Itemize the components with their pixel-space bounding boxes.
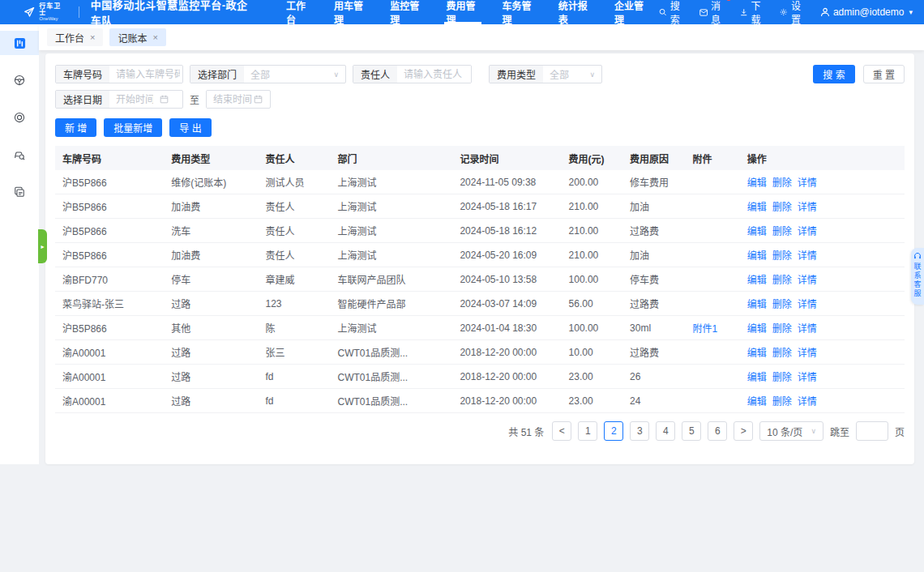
detail-link[interactable]: 详情	[798, 396, 817, 408]
expense-type-filter-label: 费用类型	[490, 66, 543, 83]
table-row: 沪B5P866加油费责任人上海测试2024-05-18 16:17210.00加…	[55, 194, 905, 219]
nav-item-0[interactable]: 工作台	[275, 0, 323, 24]
table-row: 沪B5P866加油费责任人上海测试2024-05-20 16:09210.00加…	[55, 243, 905, 267]
detail-link[interactable]: 详情	[798, 177, 817, 189]
chevron-down-icon: ∨	[589, 70, 595, 79]
edit-link[interactable]: 编辑	[747, 299, 767, 310]
pagination-page-6[interactable]: 6	[708, 421, 727, 441]
sidebar-item-workbench[interactable]	[0, 31, 39, 55]
nav-item-6[interactable]: 企业管理	[603, 0, 659, 24]
tab-0[interactable]: 工作台×	[47, 28, 103, 46]
edit-link[interactable]: 编辑	[747, 396, 767, 408]
delete-link[interactable]: 删除	[772, 275, 792, 286]
edit-link[interactable]: 编辑	[747, 323, 767, 335]
detail-link[interactable]: 详情	[798, 299, 817, 310]
message-menu[interactable]: 消息	[699, 0, 726, 26]
cell-dept: 上海测试	[331, 321, 453, 335]
cell-amount: 210.00	[562, 201, 622, 212]
expense-type-select[interactable]: 全部 ∨	[543, 66, 601, 83]
sidebar-item-vehicle-files[interactable]	[0, 180, 39, 204]
detail-link[interactable]: 详情	[798, 250, 817, 262]
cell-actions: 编辑删除详情	[740, 369, 905, 383]
department-select[interactable]: 全部 ∨	[244, 66, 345, 83]
plate-input[interactable]	[109, 66, 183, 83]
reset-button[interactable]: 重 置	[863, 65, 905, 83]
delete-link[interactable]: 删除	[772, 396, 792, 408]
download-menu[interactable]: 下载	[740, 0, 766, 26]
detail-link[interactable]: 详情	[798, 323, 817, 335]
sidebar-item-monitor[interactable]	[0, 68, 39, 92]
detail-link[interactable]: 详情	[798, 275, 817, 286]
search-menu[interactable]: 搜索	[659, 0, 685, 26]
logo-icon	[23, 5, 36, 19]
pagination-next-button[interactable]: >	[734, 421, 753, 441]
pagination-page-5[interactable]: 5	[682, 421, 701, 441]
car-search-icon	[14, 149, 25, 160]
delete-link[interactable]: 删除	[772, 177, 792, 189]
delete-link[interactable]: 删除	[772, 323, 792, 335]
pagination-page-4[interactable]: 4	[656, 421, 675, 441]
pagination-page-3[interactable]: 3	[630, 421, 649, 441]
pagination-pages: 123456	[578, 421, 727, 441]
edit-link[interactable]: 编辑	[747, 348, 767, 359]
owner-input[interactable]	[397, 66, 472, 83]
cell-owner: 陈	[258, 321, 330, 335]
edit-link[interactable]: 编辑	[747, 177, 767, 189]
expense-type-filter-group: 费用类型 全部 ∨	[489, 65, 602, 83]
edit-link[interactable]: 编辑	[747, 275, 767, 286]
delete-link[interactable]: 删除	[772, 202, 792, 213]
cell-amount: 10.00	[562, 347, 622, 358]
sidebar-item-vehicle-audit[interactable]	[0, 143, 39, 167]
contact-support-widget[interactable]: 联系客服	[911, 248, 924, 305]
delete-link[interactable]: 删除	[772, 226, 792, 237]
message-badge	[726, 0, 731, 1]
delete-link[interactable]: 删除	[772, 348, 792, 359]
detail-link[interactable]: 详情	[798, 372, 817, 383]
date-end-group	[206, 90, 271, 109]
delete-link[interactable]: 删除	[772, 250, 792, 262]
date-end-input[interactable]	[207, 91, 254, 108]
batch-add-button[interactable]: 批量新增	[104, 118, 162, 137]
page-size-select[interactable]: 10 条/页 ∨	[759, 421, 823, 441]
edit-link[interactable]: 编辑	[747, 202, 767, 213]
add-button[interactable]: 新 增	[55, 118, 96, 137]
cell-dept: CWT01品质测...	[331, 345, 453, 359]
target-icon	[14, 112, 25, 123]
download-menu-label: 下载	[751, 0, 766, 26]
edit-link[interactable]: 编辑	[747, 250, 767, 262]
export-button[interactable]: 导 出	[169, 118, 211, 137]
sidebar-item-track[interactable]	[0, 105, 39, 130]
cell-owner: 测试人员	[258, 175, 330, 189]
detail-link[interactable]: 详情	[798, 226, 817, 237]
cell-actions: 编辑删除详情	[740, 199, 905, 213]
delete-link[interactable]: 删除	[772, 372, 792, 383]
edit-link[interactable]: 编辑	[747, 372, 767, 383]
detail-link[interactable]: 详情	[798, 348, 817, 359]
nav-item-3[interactable]: 费用管理	[434, 0, 490, 24]
attachment-link[interactable]: 附件1	[693, 323, 718, 335]
date-start-input[interactable]	[109, 91, 160, 108]
nav-item-2[interactable]: 监控管理	[379, 0, 434, 24]
cell-reason: 加油	[622, 199, 686, 213]
pagination-page-2[interactable]: 2	[604, 421, 623, 441]
cell-plate: 沪B5P866	[55, 199, 164, 213]
detail-link[interactable]: 详情	[798, 202, 817, 213]
pagination-page-1[interactable]: 1	[578, 421, 597, 441]
nav-item-5[interactable]: 统计报表	[547, 0, 603, 24]
delete-link[interactable]: 删除	[772, 299, 792, 310]
nav-item-4[interactable]: 车务管理	[491, 0, 547, 24]
nav-item-1[interactable]: 用车管理	[323, 0, 379, 24]
close-icon[interactable]: ×	[90, 33, 95, 42]
close-icon[interactable]: ×	[152, 33, 157, 42]
user-menu[interactable]: admin@iotdemo ▾	[820, 6, 913, 18]
edit-link[interactable]: 编辑	[747, 226, 767, 237]
table-row: 渝BFD770停车章建威车联网产品团队2024-05-10 13:58100.0…	[55, 267, 905, 292]
jump-page-input[interactable]	[856, 421, 888, 441]
user-icon	[820, 7, 830, 17]
tab-1[interactable]: 记账本×	[109, 28, 165, 46]
pagination-prev-button[interactable]: <	[552, 421, 571, 441]
sidebar-expand-handle[interactable]: ▸	[38, 229, 47, 263]
search-button[interactable]: 搜 索	[813, 65, 854, 83]
settings-menu[interactable]: 设置	[780, 0, 806, 26]
cell-time: 2018-12-20 00:00	[452, 395, 561, 407]
